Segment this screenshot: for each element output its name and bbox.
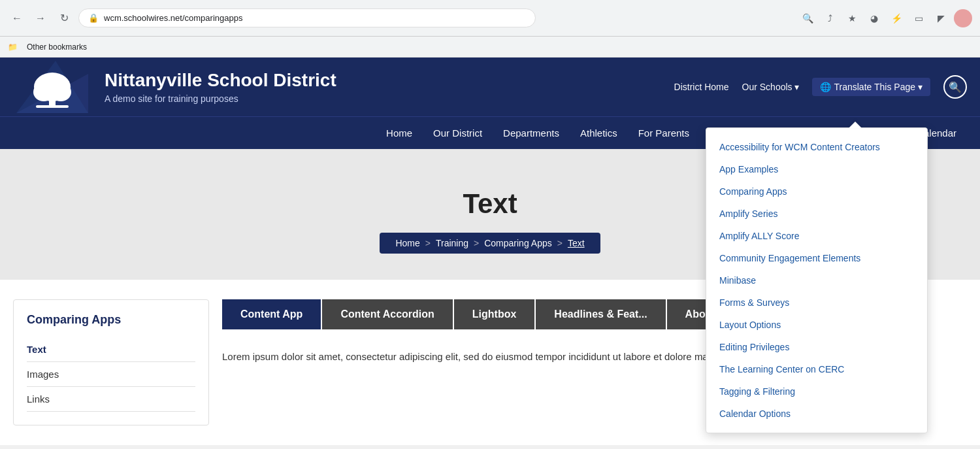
training-dropdown: Accessibility for WCM Content Creators A… — [706, 127, 928, 433]
site-subtitle: A demo site for training purposes — [105, 93, 674, 104]
cast-btn[interactable]: ▭ — [909, 9, 928, 27]
dropdown-item-9[interactable]: Editing Privileges — [706, 336, 927, 358]
extensions-btn[interactable]: ⚡ — [887, 9, 906, 27]
breadcrumb-sep-3: > — [557, 238, 563, 248]
share-btn[interactable]: ⤴ — [821, 9, 839, 27]
breadcrumb: Home > Training > Comparing Apps > Text — [380, 233, 600, 254]
sidebar-item-text[interactable]: Text — [27, 337, 195, 362]
header-top-right: District Home Our Schools ▾ 🌐 Translate … — [674, 75, 967, 99]
translate-arrow: ▾ — [918, 82, 923, 92]
dropdown-item-12[interactable]: Calendar Options — [706, 403, 927, 425]
sidebar-item-images[interactable]: Images — [27, 362, 195, 387]
search-button[interactable]: 🔍 — [943, 75, 967, 99]
translate-icon: 🌐 — [820, 82, 831, 92]
nav-athletics[interactable]: Athletics — [570, 117, 628, 150]
breadcrumb-sep-1: > — [425, 238, 431, 248]
breadcrumb-comparing-apps[interactable]: Comparing Apps — [484, 238, 552, 248]
svg-rect-7 — [36, 105, 69, 108]
our-schools-link[interactable]: Our Schools ▾ — [742, 82, 800, 92]
dropdown-item-8[interactable]: Layout Options — [706, 314, 927, 336]
dropdown-item-4[interactable]: Amplify ALLY Score — [706, 225, 927, 247]
browser-actions: 🔍 ⤴ ★ ◕ ⚡ ▭ ◤ — [798, 9, 972, 27]
tab-lightbox[interactable]: Lightbox — [454, 299, 535, 329]
bookmarks-bar: 📁 Other bookmarks — [0, 37, 980, 58]
breadcrumb-current: Text — [568, 238, 585, 248]
nav-home[interactable]: Home — [376, 117, 423, 150]
user-avatar[interactable] — [954, 9, 972, 27]
bookmark-folder-icon: 📁 — [8, 42, 18, 52]
browser-chrome: ← → ↻ 🔒 wcm.schoolwires.net/comparingapp… — [0, 0, 980, 37]
dropdown-item-2[interactable]: Comparing Apps — [706, 180, 927, 203]
dropdown-item-11[interactable]: Tagging & Filtering — [706, 380, 927, 403]
page-wrapper: Nittanyville School District A demo site… — [0, 58, 980, 445]
address-bar[interactable]: 🔒 wcm.schoolwires.net/comparingapps — [78, 8, 536, 27]
dropdown-arrow — [849, 122, 862, 128]
nav-departments[interactable]: Departments — [493, 117, 570, 150]
nav-our-district[interactable]: Our District — [423, 117, 493, 150]
search-browser-btn[interactable]: 🔍 — [798, 9, 817, 27]
tab-btn[interactable]: ◤ — [932, 9, 950, 27]
breadcrumb-training[interactable]: Training — [436, 238, 468, 248]
translate-button[interactable]: 🌐 Translate This Page ▾ — [812, 78, 930, 96]
refresh-button[interactable]: ↻ — [55, 9, 73, 27]
school-logo-svg — [16, 61, 88, 113]
dropdown-item-10[interactable]: The Learning Center on CERC — [706, 358, 927, 380]
district-home-link[interactable]: District Home — [674, 82, 729, 92]
header-top: Nittanyville School District A demo site… — [0, 58, 980, 116]
dropdown-item-7[interactable]: Forms & Surveys — [706, 291, 927, 314]
translate-label: Translate This Page — [834, 82, 915, 92]
profile-btn[interactable]: ◕ — [865, 9, 883, 27]
bookmark-btn[interactable]: ★ — [843, 9, 861, 27]
tab-headlines-feat[interactable]: Headlines & Feat... — [536, 299, 665, 329]
sidebar-item-links[interactable]: Links — [27, 387, 195, 412]
site-title: Nittanyville School District — [105, 70, 674, 91]
tab-content-accordion[interactable]: Content Accordion — [322, 299, 452, 329]
tab-content-app[interactable]: Content App — [222, 299, 321, 329]
dropdown-item-3[interactable]: Amplify Series — [706, 203, 927, 225]
url-text: wcm.schoolwires.net/comparingapps — [104, 13, 242, 23]
nav-for-parents[interactable]: For Parents — [628, 117, 700, 150]
sidebar: Comparing Apps Text Images Links — [13, 299, 209, 425]
dropdown-item-6[interactable]: Minibase — [706, 269, 927, 291]
lock-icon: 🔒 — [88, 13, 99, 23]
dropdown-item-0[interactable]: Accessibility for WCM Content Creators — [706, 136, 927, 158]
dropdown-item-1[interactable]: App Examples — [706, 158, 927, 180]
header-title-area: Nittanyville School District A demo site… — [105, 70, 674, 104]
breadcrumb-sep-2: > — [474, 238, 479, 248]
dropdown-item-5[interactable]: Community Engagement Elements — [706, 247, 927, 269]
forward-button[interactable]: → — [31, 9, 50, 27]
sidebar-title: Comparing Apps — [27, 313, 195, 327]
back-button[interactable]: ← — [8, 9, 26, 27]
breadcrumb-home[interactable]: Home — [395, 238, 419, 248]
other-bookmarks[interactable]: Other bookmarks — [22, 42, 92, 52]
svg-point-6 — [50, 83, 71, 101]
header-logo — [13, 58, 91, 116]
